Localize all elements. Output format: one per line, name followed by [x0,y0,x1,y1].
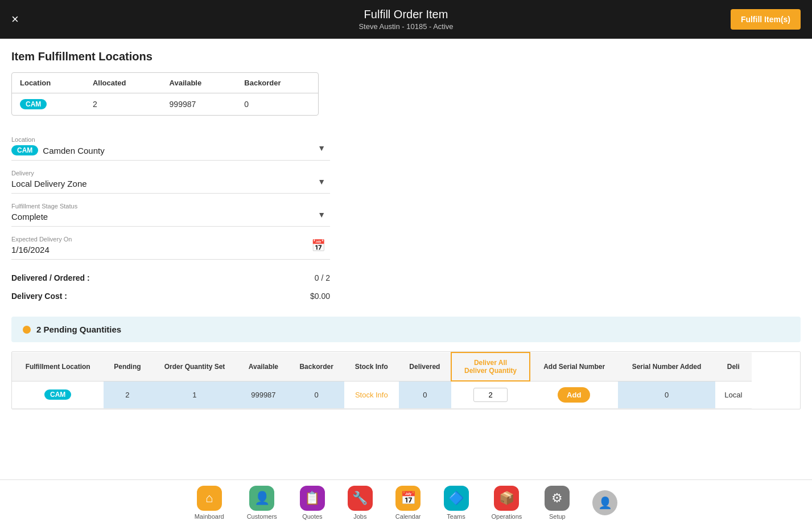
operations-label: Operations [492,513,522,520]
row-stock-info[interactable]: Stock Info [344,381,399,408]
row-deliver-qty[interactable] [451,381,530,408]
th-deliver-all: Deliver AllDeliver Quantity [451,352,530,381]
calendar-nav-icon: 📅 [395,486,421,511]
fulfillment-stage-label: Fulfillment Stage Status [11,203,330,210]
calendar-label: Calendar [395,513,421,520]
delivery-field[interactable]: Delivery Local Delivery Zone ▼ [11,163,330,194]
cost-value: $0.00 [310,292,330,301]
bottom-nav: ⌂ Mainboard 👤 Customers 📋 Quotes 🔧 Jobs … [0,479,812,525]
customers-icon: 👤 [249,486,274,511]
row-backorder: 0 [288,381,344,408]
th-delivered: Delivered [399,352,451,381]
row-order-qty: 1 [151,381,238,408]
th-stock-info: Stock Info [344,352,399,381]
row-pending: 2 [104,381,151,408]
row-location-badge: CAM [44,389,71,400]
page-title: Fulfill Order Item [358,8,453,21]
setup-label: Setup [549,513,566,520]
th-order-qty-set: Order Quantity Set [151,352,238,381]
mainboard-icon: ⌂ [197,486,222,511]
delivered-ordered-row: Delivered / Ordered : 0 / 2 [11,269,330,287]
delivery-value: Local Delivery Zone [11,179,330,188]
fulfillment-stage-dropdown-arrow: ▼ [318,210,325,219]
nav-quotes[interactable]: 📋 Quotes [300,486,325,520]
th-add-serial: Add Serial Number [530,352,618,381]
fulfill-items-button[interactable]: Fulfill Item(s) [731,9,801,30]
data-table: Fulfillment Location Pending Order Quant… [12,352,752,409]
th-serial-added: Serial Number Added [618,352,715,381]
setup-icon: ⚙ [545,486,570,511]
backorder-value: 0 [236,93,318,116]
expected-delivery-label: Expected Delivery On [11,236,330,243]
info-rows: Delivered / Ordered : 0 / 2 Delivery Cos… [11,269,330,305]
nav-avatar[interactable]: 👤 [592,490,617,515]
th-backorder: Backorder [288,352,344,381]
col-available: Available [162,73,237,93]
mainboard-label: Mainboard [195,513,224,520]
pending-section: 2 Pending Quantities [11,317,801,342]
locations-table: Location Allocated Available Backorder C… [11,72,319,116]
header: × Fulfill Order Item Steve Austin - 1018… [0,0,812,39]
col-allocated: Allocated [85,73,162,93]
fulfillment-stage-field[interactable]: Fulfillment Stage Status Complete ▼ [11,196,330,227]
nav-jobs[interactable]: 🔧 Jobs [348,486,373,520]
main-content: Item Fulfillment Locations Location Allo… [0,39,812,479]
delivery-label: Delivery [11,170,330,177]
delivery-cost-row: Delivery Cost : $0.00 [11,287,330,305]
col-backorder: Backorder [236,73,318,93]
nav-setup[interactable]: ⚙ Setup [545,486,570,520]
expected-delivery-field[interactable]: Expected Delivery On 1/16/2024 📅 [11,229,330,260]
th-pending: Pending [104,352,151,381]
row-delivered: 0 [399,381,451,408]
location-field[interactable]: Location CAM Camden County ▼ [11,129,330,161]
close-button[interactable]: × [11,13,19,26]
jobs-label: Jobs [353,513,366,520]
location-badge: CAM [20,99,47,109]
section-heading: Item Fulfillment Locations [11,50,801,63]
pending-dot [23,326,31,334]
row-deli: Local [715,381,752,408]
table-row: CAM 2 1 999987 0 Stock Info 0 Add 0 Loca [12,381,752,408]
quotes-label: Quotes [302,513,322,520]
add-serial-button[interactable]: Add [558,387,590,403]
cost-label: Delivery Cost : [11,292,67,301]
location-value: CAM Camden County [11,145,330,155]
jobs-icon: 🔧 [348,486,373,511]
available-value: 999987 [162,93,237,116]
nav-operations[interactable]: 📦 Operations [492,486,522,520]
fulfillment-stage-value: Complete [11,212,330,222]
header-title: Fulfill Order Item Steve Austin - 10185 … [358,8,453,31]
form-fields: Location CAM Camden County ▼ Delivery Lo… [11,129,330,260]
row-add-serial[interactable]: Add [530,381,618,408]
col-location: Location [12,73,85,93]
table-row: CAM 2 999987 0 [12,93,318,116]
delivered-value: 0 / 2 [315,273,330,282]
operations-icon: 📦 [494,486,519,511]
avatar: 👤 [592,490,617,515]
page-subtitle: Steve Austin - 10185 - Active [358,22,453,31]
pending-label: 2 Pending Quantities [36,325,121,334]
th-fulfillment-location: Fulfillment Location [12,352,104,381]
nav-teams[interactable]: 🔷 Teams [444,486,469,520]
data-table-container: Fulfillment Location Pending Order Quant… [11,351,801,409]
row-available: 999987 [238,381,288,408]
row-location: CAM [12,381,104,408]
location-dropdown-arrow: ▼ [318,143,325,153]
nav-calendar[interactable]: 📅 Calendar [395,486,421,520]
nav-customers[interactable]: 👤 Customers [247,486,277,520]
deliver-qty-input[interactable] [473,388,508,402]
th-deli: Deli [715,352,752,381]
th-available: Available [238,352,288,381]
nav-mainboard[interactable]: ⌂ Mainboard [195,486,224,520]
quotes-icon: 📋 [300,486,325,511]
allocated-value: 2 [85,93,162,116]
calendar-icon[interactable]: 📅 [311,239,325,252]
expected-delivery-value: 1/16/2024 [11,245,330,255]
location-cam-badge: CAM [11,145,38,155]
delivery-dropdown-arrow: ▼ [318,177,325,186]
customers-label: Customers [247,513,277,520]
delivered-label: Delivered / Ordered : [11,273,90,282]
teams-icon: 🔷 [444,486,469,511]
row-serial-added: 0 [618,381,715,408]
location-label: Location [11,136,330,143]
